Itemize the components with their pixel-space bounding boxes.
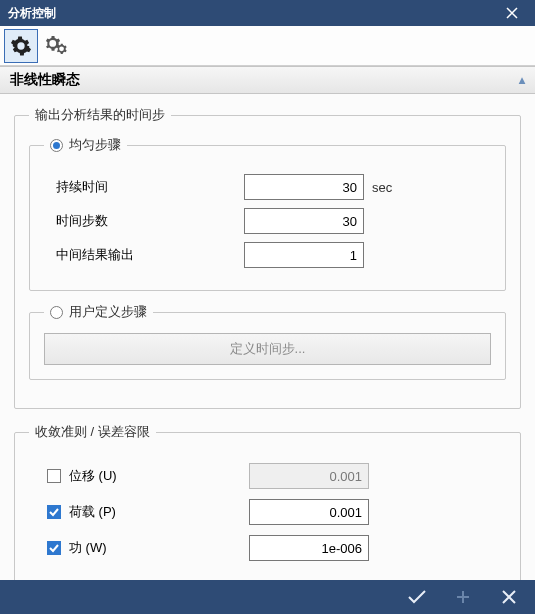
convergence-group: 收敛准则 / 误差容限 位移 (U) 荷载 (P) — [14, 423, 521, 580]
work-checkbox[interactable] — [47, 541, 61, 555]
duration-label: 持续时间 — [44, 178, 244, 196]
collapse-chevron-icon: ▴ — [519, 73, 525, 87]
titlebar: 分析控制 — [0, 0, 535, 26]
define-timestep-button: 定义时间步... — [44, 333, 491, 365]
uniform-steps-group: 均匀步骤 持续时间 sec 时间步数 中间结果输出 — [29, 136, 506, 291]
x-icon — [501, 589, 517, 605]
double-gear-button[interactable] — [40, 29, 74, 63]
uniform-steps-legend: 均匀步骤 — [44, 136, 127, 154]
interm-input[interactable] — [244, 242, 364, 268]
output-timestep-group: 输出分析结果的时间步 均匀步骤 持续时间 sec 时间步数 中间结果输出 — [14, 106, 521, 409]
steps-input[interactable] — [244, 208, 364, 234]
section-header[interactable]: 非线性瞬态 ▴ — [0, 66, 535, 94]
disp-row: 位移 (U) — [29, 463, 506, 489]
content-area: 输出分析结果的时间步 均匀步骤 持续时间 sec 时间步数 中间结果输出 — [0, 94, 535, 580]
uniform-steps-radio-label: 均匀步骤 — [69, 136, 121, 154]
disp-label: 位移 (U) — [69, 467, 117, 485]
disp-input — [249, 463, 369, 489]
load-row: 荷载 (P) — [29, 499, 506, 525]
check-icon — [407, 589, 427, 605]
steps-row: 时间步数 — [44, 208, 491, 234]
gear-icon — [10, 35, 32, 57]
work-label: 功 (W) — [69, 539, 107, 557]
bottombar — [0, 580, 535, 614]
uniform-steps-radio[interactable] — [50, 139, 63, 152]
convergence-legend: 收敛准则 / 误差容限 — [29, 423, 156, 441]
duration-row: 持续时间 sec — [44, 174, 491, 200]
user-steps-radio-label: 用户定义步骤 — [69, 303, 147, 321]
user-steps-radio[interactable] — [50, 306, 63, 319]
work-row: 功 (W) — [29, 535, 506, 561]
work-input[interactable] — [249, 535, 369, 561]
duration-unit: sec — [372, 180, 392, 195]
user-steps-legend: 用户定义步骤 — [44, 303, 153, 321]
load-checkbox[interactable] — [47, 505, 61, 519]
toolbar — [0, 26, 535, 66]
interm-label: 中间结果输出 — [44, 246, 244, 264]
single-gear-button[interactable] — [4, 29, 38, 63]
output-timestep-legend: 输出分析结果的时间步 — [29, 106, 171, 124]
close-button[interactable] — [497, 3, 527, 23]
plus-icon — [455, 589, 471, 605]
load-input[interactable] — [249, 499, 369, 525]
interm-row: 中间结果输出 — [44, 242, 491, 268]
cancel-button[interactable] — [487, 583, 531, 611]
user-steps-group: 用户定义步骤 定义时间步... — [29, 303, 506, 380]
double-gear-icon — [45, 35, 69, 57]
section-title: 非线性瞬态 — [10, 71, 80, 89]
disp-checkbox[interactable] — [47, 469, 61, 483]
add-button — [441, 583, 485, 611]
window-title: 分析控制 — [8, 5, 497, 22]
apply-button[interactable] — [395, 583, 439, 611]
steps-label: 时间步数 — [44, 212, 244, 230]
load-label: 荷载 (P) — [69, 503, 116, 521]
duration-input[interactable] — [244, 174, 364, 200]
